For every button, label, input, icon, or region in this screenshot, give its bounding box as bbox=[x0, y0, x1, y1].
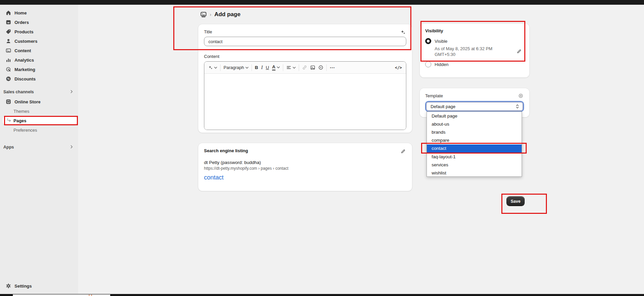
visible-radio-option[interactable]: Visible bbox=[425, 38, 524, 44]
sidebar-item-discounts[interactable]: % Discounts bbox=[0, 74, 78, 84]
background-window-sliver bbox=[13, 294, 110, 296]
rich-text-editor: Paragraph B I U A bbox=[204, 61, 406, 130]
svg-text:%: % bbox=[7, 77, 10, 80]
sidebar-item-orders[interactable]: Orders bbox=[0, 18, 78, 27]
sidebar-item-label: Themes bbox=[13, 109, 29, 114]
dropdown-option-default-page[interactable]: Default page bbox=[427, 112, 522, 120]
alignment-button[interactable] bbox=[286, 65, 296, 70]
top-bar bbox=[0, 0, 644, 5]
title-input[interactable] bbox=[204, 37, 406, 46]
chevron-down-icon bbox=[293, 67, 296, 69]
sidebar-item-home[interactable]: Home bbox=[0, 8, 78, 18]
ai-sparkle-icon[interactable] bbox=[399, 28, 407, 36]
dropdown-option-services[interactable]: services bbox=[427, 161, 522, 169]
sidebar-item-label: Online Store bbox=[14, 99, 40, 104]
sidebar-item-label: Preferences bbox=[13, 128, 37, 133]
editor-content-area[interactable] bbox=[204, 74, 406, 130]
sidebar-item-analytics[interactable]: Analytics bbox=[0, 55, 78, 65]
sidebar-item-label: Home bbox=[14, 10, 27, 15]
sidebar-item-themes[interactable]: Themes bbox=[0, 106, 78, 116]
more-options-button[interactable]: ⋯ bbox=[330, 65, 335, 71]
sidebar-item-label: Content bbox=[14, 48, 31, 53]
breadcrumb: › Add page bbox=[200, 11, 240, 18]
link-button[interactable] bbox=[302, 65, 307, 70]
dropdown-option-brands[interactable]: brands bbox=[427, 128, 522, 136]
italic-button[interactable]: I bbox=[261, 65, 263, 70]
sidebar-item-label: Settings bbox=[14, 284, 32, 289]
sidebar-item-label: Discounts bbox=[14, 76, 36, 81]
align-icon bbox=[286, 65, 291, 70]
apps-label: Apps bbox=[3, 145, 14, 150]
sidebar-item-label: Marketing bbox=[14, 67, 35, 72]
bottom-window-edge bbox=[0, 294, 644, 296]
chevron-down-icon bbox=[214, 67, 217, 69]
orders-icon bbox=[5, 20, 11, 25]
dropdown-option-faq-layout-1[interactable]: faq-layout-1 bbox=[427, 153, 522, 161]
sparkle-icon bbox=[208, 65, 213, 70]
insert-image-button[interactable] bbox=[310, 65, 315, 70]
paragraph-style-dropdown[interactable]: Paragraph bbox=[224, 65, 248, 70]
person-icon bbox=[5, 38, 11, 44]
sidebar-section-sales-channels[interactable]: Sales channels bbox=[0, 89, 78, 95]
chevron-right-icon bbox=[69, 90, 74, 95]
radio-unselected-icon bbox=[425, 61, 431, 67]
toolbar-divider bbox=[220, 64, 221, 71]
paragraph-label: Paragraph bbox=[224, 65, 244, 70]
sales-channels-label: Sales channels bbox=[3, 90, 34, 94]
sidebar-item-pages[interactable]: Pages bbox=[3, 116, 77, 125]
save-button[interactable]: Save bbox=[507, 197, 524, 206]
dot-icon bbox=[91, 295, 92, 296]
sidebar-section-apps[interactable]: Apps bbox=[0, 144, 78, 151]
sidebar-item-content[interactable]: Content bbox=[0, 46, 78, 55]
underline-button[interactable]: U bbox=[266, 65, 269, 70]
code-view-button[interactable]: </> bbox=[395, 65, 402, 70]
visibility-heading: Visibility bbox=[425, 28, 524, 33]
sidebar: Home Orders Products Customers Content A… bbox=[0, 5, 78, 294]
page-title: Add page bbox=[214, 11, 240, 18]
ai-assist-button[interactable] bbox=[208, 65, 217, 70]
nested-arrow-icon bbox=[7, 118, 11, 124]
breadcrumb-separator: › bbox=[210, 12, 211, 17]
pages-icon[interactable] bbox=[200, 11, 207, 18]
sidebar-item-online-store[interactable]: Online Store bbox=[0, 97, 78, 106]
seo-page-link[interactable]: contact bbox=[204, 174, 224, 181]
chevron-down-icon bbox=[245, 67, 248, 69]
edit-pencil-icon[interactable] bbox=[515, 47, 523, 55]
template-select-value: Default page bbox=[431, 104, 456, 109]
hidden-radio-option[interactable]: Hidden bbox=[425, 61, 524, 67]
seo-heading: Search engine listing bbox=[204, 148, 406, 153]
shopify-admin-screen: Home Orders Products Customers Content A… bbox=[0, 0, 644, 296]
main-content: › Add page Title Content Paragraph bbox=[78, 5, 644, 294]
template-select[interactable]: Default page bbox=[425, 101, 524, 112]
sidebar-item-label: Pages bbox=[13, 118, 26, 123]
store-icon bbox=[5, 99, 11, 105]
seo-url: https://dt-petty.myshopify.com › pages ›… bbox=[204, 166, 406, 171]
target-icon bbox=[5, 67, 11, 72]
insert-video-button[interactable] bbox=[318, 65, 323, 70]
search-engine-listing-card: Search engine listing dt Petty (password… bbox=[198, 143, 412, 191]
radio-selected-icon bbox=[425, 38, 431, 44]
dropdown-option-contact[interactable]: contact bbox=[427, 144, 522, 153]
sidebar-item-preferences[interactable]: Preferences bbox=[0, 125, 78, 135]
sidebar-item-settings[interactable]: Settings bbox=[0, 281, 78, 291]
sidebar-item-customers[interactable]: Customers bbox=[0, 36, 78, 46]
dropdown-option-about-us[interactable]: about-us bbox=[427, 120, 522, 128]
discount-badge-icon: % bbox=[5, 76, 11, 82]
dot-icon bbox=[89, 295, 90, 296]
chevron-down-icon bbox=[277, 66, 280, 68]
dropdown-option-wishlist[interactable]: wishlist bbox=[427, 169, 522, 177]
hidden-label: Hidden bbox=[435, 62, 448, 67]
bold-button[interactable]: B bbox=[255, 65, 258, 70]
edit-pencil-icon[interactable] bbox=[399, 147, 407, 155]
view-template-icon[interactable] bbox=[517, 92, 524, 99]
sidebar-item-marketing[interactable]: Marketing bbox=[0, 65, 78, 74]
content-icon bbox=[5, 48, 11, 54]
sidebar-item-products[interactable]: Products bbox=[0, 27, 78, 36]
template-dropdown-list: Default page about-us brands compare con… bbox=[427, 111, 522, 177]
sidebar-item-label: Orders bbox=[14, 20, 29, 25]
dropdown-option-compare[interactable]: compare bbox=[427, 136, 522, 144]
gear-icon bbox=[5, 283, 11, 289]
sidebar-main-nav: Home Orders Products Customers Content A… bbox=[0, 8, 78, 84]
seo-site-name: dt Petty (password: buddha) bbox=[204, 160, 406, 165]
text-color-button[interactable]: A bbox=[272, 65, 280, 70]
